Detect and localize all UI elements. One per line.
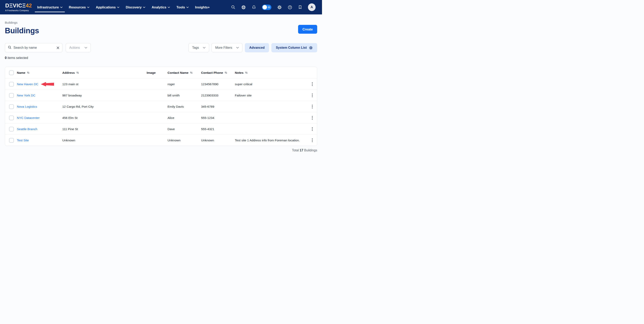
building-name-link[interactable]: NYC Datacenter: [17, 116, 40, 120]
row-actions-cell: [307, 92, 317, 98]
row-checkbox[interactable]: [9, 116, 14, 120]
nav-item-resources[interactable]: Resources: [69, 5, 90, 9]
nav-item-analytics[interactable]: Analytics: [152, 5, 170, 9]
search-icon: [8, 45, 12, 50]
name-cell: Seattle Branch: [17, 127, 62, 131]
address-cell: Unknown: [62, 139, 147, 142]
building-name-link[interactable]: New York DC: [17, 94, 35, 97]
kebab-menu-icon[interactable]: [310, 81, 314, 87]
row-actions-cell: [307, 103, 317, 110]
building-name-link[interactable]: New Haven DC: [17, 82, 38, 86]
contact-name-cell: Dave: [168, 127, 201, 131]
search-icon[interactable]: [231, 5, 236, 9]
selection-status: 0 items selected: [5, 56, 28, 60]
contact-phone-cell: 1234567890: [201, 82, 235, 86]
bookmark-icon[interactable]: [298, 5, 302, 9]
name-cell: New York DC: [17, 94, 62, 97]
notes-cell: Failover site: [235, 94, 307, 97]
tags-dropdown[interactable]: Tags: [188, 43, 209, 52]
address-cell-text: 123 main st: [62, 82, 78, 86]
contact-name-cell: Emily Davis: [168, 105, 201, 109]
help-icon[interactable]: ?: [288, 5, 292, 10]
logo-tagline: A Freshworks Company: [5, 9, 32, 12]
globe-icon[interactable]: [241, 5, 246, 10]
toggle-knob: [262, 5, 267, 9]
column-header-contact-phone[interactable]: Contact Phone: [201, 71, 235, 75]
nav-item-discovery[interactable]: Discovery: [126, 5, 145, 9]
building-name-link[interactable]: Test Site: [17, 139, 29, 142]
more-filters-dropdown[interactable]: More Filters: [212, 43, 242, 52]
create-button[interactable]: Create: [298, 25, 317, 34]
kebab-menu-icon[interactable]: [310, 103, 314, 110]
settings-icon[interactable]: [277, 5, 282, 10]
annotation-arrow-icon: [41, 82, 54, 86]
nav-item-infrastructure[interactable]: Infrastructure: [37, 5, 62, 9]
column-header-address[interactable]: Address: [62, 71, 147, 75]
advanced-button[interactable]: Advanced: [245, 43, 269, 52]
row-actions-cell: [307, 126, 317, 132]
nav-item-label: Infrastructure: [37, 5, 59, 9]
address-cell-text: 456 Elm St: [62, 116, 78, 120]
row-checkbox[interactable]: [9, 104, 14, 109]
device42-logo[interactable]: DΞVICΞ42 A Freshworks Company: [5, 3, 32, 12]
chevron-down-icon: [60, 7, 62, 8]
table-row: Test SiteUnknownUnknownUnknownTest site …: [5, 135, 317, 146]
nav-item-label: Applications: [96, 5, 116, 9]
nav-item-insights-[interactable]: Insights+: [195, 5, 210, 9]
kebab-menu-icon[interactable]: [310, 137, 314, 143]
kebab-menu-icon[interactable]: [310, 126, 314, 132]
row-checkbox[interactable]: [9, 138, 14, 143]
contact-phone-cell-text: Unknown: [201, 139, 214, 142]
contact-name-cell-text: bill smith: [168, 94, 180, 97]
nav-item-label: Insights+: [195, 5, 210, 9]
row-checkbox[interactable]: [9, 93, 14, 98]
system-column-list-button[interactable]: System Column List: [272, 43, 317, 52]
column-header-name[interactable]: Name: [17, 71, 62, 75]
chevron-down-icon: [168, 7, 170, 8]
theme-toggle[interactable]: [262, 4, 272, 10]
name-cell: Test Site: [17, 139, 62, 142]
notes-cell: Test site 1 Address info from Foreman lo…: [235, 139, 307, 142]
buildings-table: NameAddressImageContact NameContact Phon…: [5, 67, 317, 146]
row-checkbox[interactable]: [9, 127, 14, 132]
kebab-menu-icon[interactable]: [310, 115, 314, 121]
gear-icon: [309, 46, 313, 50]
nav-item-applications[interactable]: Applications: [96, 5, 119, 9]
row-actions-cell: [307, 115, 317, 121]
row-checkbox-cell: [5, 93, 17, 98]
contact-name-cell: roger: [168, 82, 201, 86]
main-menu: InfrastructureResourcesApplicationsDisco…: [37, 5, 210, 9]
notes-cell: super critical: [235, 82, 307, 86]
notifications-icon[interactable]: [252, 5, 256, 10]
contact-phone-cell-text: 2123903333: [201, 94, 218, 97]
address-cell-text: 12 Cargo Rd, Port City: [62, 105, 94, 109]
column-header-contact-name[interactable]: Contact Name: [168, 71, 201, 75]
nav-item-tools[interactable]: Tools: [176, 5, 188, 9]
kebab-menu-icon[interactable]: [310, 92, 314, 98]
select-all-checkbox[interactable]: [9, 70, 14, 75]
total-prefix: Total: [292, 149, 300, 152]
contact-phone-cell-text: 345-6789: [201, 105, 214, 109]
nav-item-label: Discovery: [126, 5, 142, 9]
selection-suffix: items selected: [7, 56, 28, 60]
search-input[interactable]: [14, 46, 54, 49]
user-avatar[interactable]: A: [308, 3, 316, 11]
system-column-list-label: System Column List: [276, 46, 307, 49]
table-row: New York DC987 broadwaybill smith2123903…: [5, 90, 317, 101]
clear-search-icon[interactable]: [56, 46, 60, 49]
chevron-down-icon: [84, 47, 87, 48]
contact-name-cell-text: Emily Davis: [168, 105, 184, 109]
contact-name-cell: bill smith: [168, 94, 201, 97]
building-name-link[interactable]: Nova Logistics: [17, 105, 37, 109]
more-filters-label: More Filters: [215, 46, 232, 49]
row-checkbox[interactable]: [9, 82, 14, 87]
selection-count: 0: [5, 56, 7, 60]
buildings-page: DΞVICΞ42 A Freshworks Company Infrastruc…: [0, 0, 322, 162]
building-name-link[interactable]: Seattle Branch: [17, 127, 37, 131]
name-cell: New Haven DC: [17, 82, 62, 86]
actions-dropdown[interactable]: Actions: [66, 43, 91, 52]
search-box: [5, 43, 62, 52]
column-header-label: Notes: [235, 71, 244, 75]
column-header-notes[interactable]: Notes: [235, 71, 307, 75]
breadcrumb[interactable]: Buildings: [5, 21, 18, 24]
